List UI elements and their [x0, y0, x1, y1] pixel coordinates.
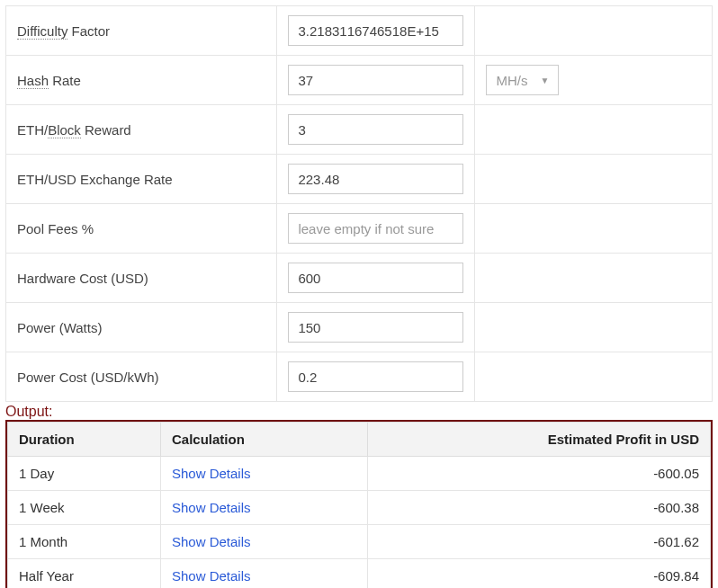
calculation-cell: Show Details: [161, 559, 368, 589]
label-power-watts: Power (Watts): [6, 303, 277, 352]
output-row: 1 WeekShow Details-600.38: [8, 491, 711, 525]
header-calculation: Calculation: [161, 423, 368, 457]
hash-rate-input[interactable]: [288, 65, 463, 95]
difficulty-factor-input[interactable]: [288, 15, 463, 46]
extra-cell: [475, 303, 713, 352]
form-row: Power Cost (USD/kWh): [6, 352, 713, 402]
exchange-rate-input[interactable]: [288, 164, 463, 194]
unit-label: MH/s: [496, 73, 527, 88]
input-form-table: Difficulty Factor Hash Rate MH/s ▼ ETH/B…: [5, 5, 713, 402]
label-eth-block-reward: ETH/Block Reward: [6, 105, 277, 155]
output-row: Half YearShow Details-609.84: [8, 559, 711, 589]
show-details-link[interactable]: Show Details: [172, 568, 251, 584]
form-row: ETH/Block Reward: [6, 105, 713, 155]
input-cell: [277, 105, 475, 155]
input-cell: [277, 204, 475, 254]
header-duration: Duration: [8, 423, 161, 457]
output-table: Duration Calculation Estimated Profit in…: [7, 422, 711, 588]
calculation-cell: Show Details: [161, 491, 368, 525]
extra-cell: [475, 6, 713, 56]
hash-rate-unit-select[interactable]: MH/s ▼: [486, 65, 559, 95]
label-difficulty-factor: Difficulty Factor: [6, 6, 277, 56]
input-cell: [277, 303, 475, 352]
duration-cell: 1 Month: [8, 525, 161, 559]
form-row: Difficulty Factor: [6, 6, 713, 56]
input-cell: [277, 352, 475, 402]
extra-cell: [475, 204, 713, 254]
profit-cell: -601.62: [368, 525, 711, 559]
form-row: Pool Fees %: [6, 204, 713, 254]
profit-cell: -600.38: [368, 491, 711, 525]
show-details-link[interactable]: Show Details: [172, 466, 251, 481]
output-panel: Duration Calculation Estimated Profit in…: [5, 420, 713, 588]
duration-cell: 1 Day: [8, 457, 161, 491]
form-row: Hash Rate MH/s ▼: [6, 56, 713, 105]
header-profit: Estimated Profit in USD: [368, 423, 711, 457]
calculation-cell: Show Details: [161, 525, 368, 559]
label-power-cost: Power Cost (USD/kWh): [6, 352, 277, 402]
power-watts-input[interactable]: [288, 312, 463, 343]
extra-cell: MH/s ▼: [475, 56, 713, 105]
form-row: Hardware Cost (USD): [6, 254, 713, 303]
calculation-cell: Show Details: [161, 457, 368, 491]
duration-cell: Half Year: [8, 559, 161, 589]
label-hash-rate: Hash Rate: [6, 56, 277, 105]
output-row: 1 DayShow Details-600.05: [8, 457, 711, 491]
hardware-cost-input[interactable]: [288, 263, 463, 293]
output-header-row: Duration Calculation Estimated Profit in…: [8, 423, 711, 457]
label-pool-fees: Pool Fees %: [6, 204, 277, 254]
duration-cell: 1 Week: [8, 491, 161, 525]
input-cell: [277, 155, 475, 204]
pool-fees-input[interactable]: [288, 213, 463, 244]
output-row: 1 MonthShow Details-601.62: [8, 525, 711, 559]
chevron-down-icon: ▼: [540, 76, 549, 85]
term-block: Block: [48, 122, 81, 138]
show-details-link[interactable]: Show Details: [172, 500, 251, 515]
show-details-link[interactable]: Show Details: [172, 534, 251, 549]
term-hash: Hash: [17, 73, 49, 89]
extra-cell: [475, 155, 713, 204]
extra-cell: [475, 254, 713, 303]
extra-cell: [475, 105, 713, 155]
extra-cell: [475, 352, 713, 402]
label-hardware-cost: Hardware Cost (USD): [6, 254, 277, 303]
input-cell: [277, 56, 475, 105]
term-difficulty: Difficulty: [17, 23, 67, 40]
profit-cell: -600.05: [368, 457, 711, 491]
form-row: ETH/USD Exchange Rate: [6, 155, 713, 204]
input-cell: [277, 254, 475, 303]
input-cell: [277, 6, 475, 56]
block-reward-input[interactable]: [288, 114, 463, 145]
form-row: Power (Watts): [6, 303, 713, 352]
output-label: Output:: [5, 404, 713, 420]
profit-cell: -609.84: [368, 559, 711, 589]
label-exchange-rate: ETH/USD Exchange Rate: [6, 155, 277, 204]
power-cost-input[interactable]: [288, 361, 463, 392]
